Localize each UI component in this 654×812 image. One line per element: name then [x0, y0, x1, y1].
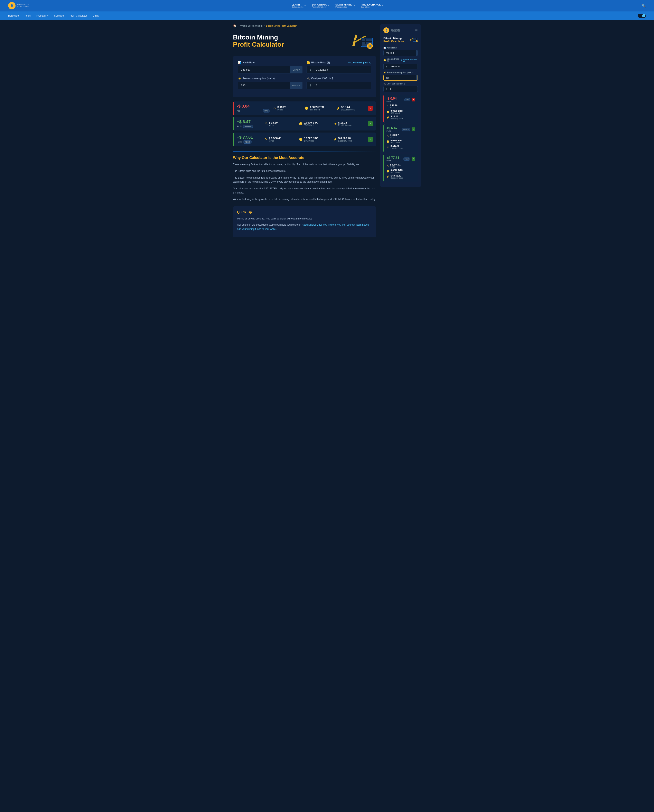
nav-find-exchange[interactable]: FIND EXCHANGE Buy & trade ▾	[361, 3, 383, 8]
sidebar-power-unit: WATTS	[416, 75, 418, 80]
why-section: Why Our Calculator is the Most Accurate …	[233, 156, 376, 201]
sidebar-power-input-wrapper: WATTS	[384, 75, 418, 81]
subnav-profit-calculator[interactable]: Profit Calculator	[69, 14, 87, 18]
nav-items: LEARN Stats & guides ▾ BUY CRYPTO Paymen…	[41, 3, 634, 8]
year-btcmined-stat: 🪙 0.3222 BTC BTC Mined	[299, 136, 330, 142]
sidebar-year-action[interactable]: ↗	[412, 157, 415, 161]
sidebar-power-input[interactable]	[384, 75, 416, 80]
quick-tip-para2: Our guide on the best bitcoin wallets wi…	[237, 223, 372, 231]
hashrate-group: 📊 Hash Rate GH/s ▾	[238, 61, 303, 74]
sidebar-month-profit-label: Profit	[387, 130, 397, 132]
year-mined-label: Mined	[269, 140, 281, 142]
subnav-software[interactable]: Software	[54, 14, 64, 18]
year-profit-label: Profit	[237, 141, 241, 143]
hashrate-input[interactable]	[238, 66, 290, 73]
year-action-button[interactable]: ↗	[368, 137, 373, 142]
month-elec-icon: ⚡	[333, 122, 337, 126]
sidebar-year-btcmined: 🪙 0.3222 BTC BTC Mined	[387, 169, 415, 173]
sidebar-refresh-icon[interactable]: ↻	[401, 59, 402, 61]
sidebar-month-action[interactable]: ↗	[412, 127, 415, 131]
month-btcmined-value: 0.0009 BTC	[304, 121, 318, 124]
mined-icon: ⛏	[273, 107, 276, 110]
subnav-pools[interactable]: Pools	[24, 14, 31, 18]
nav-start-mining[interactable]: START MINING Mining guides ▾	[335, 3, 355, 8]
home-icon[interactable]: 🏠	[233, 24, 237, 28]
sidebar-menu-icon[interactable]: ☰	[415, 29, 418, 32]
svg-text:₿: ₿	[369, 44, 371, 47]
sidebar-year-btc-icon: 🪙	[387, 170, 389, 173]
sidebar-year-profit-label: Profit	[387, 160, 399, 162]
calculator-form: 📊 Hash Rate GH/s ▾ 🪙 Bitcoin Pric	[233, 56, 376, 97]
day-mined-label: Mined	[277, 109, 286, 111]
year-mined-icon: ⛏	[265, 138, 267, 141]
sidebar-power-icon: ⚡	[384, 71, 386, 74]
costkwh-icon: 🔌	[307, 77, 310, 80]
sidebar-costkwh-icon: 🔌	[384, 83, 386, 85]
sidebar-hashrate-unit[interactable]: GH/s ▾	[416, 50, 418, 56]
sidebar-result-year: +$ 77.61 Profit YEAR ↗ ⛏ $ 6,644.01 Mine…	[384, 154, 418, 182]
hero-section: Bitcoin Mining Profit Calculator	[233, 31, 376, 51]
refresh-icon[interactable]: ↻	[348, 61, 350, 64]
power-group: ⚡ Power consumption (watts) WATTS	[238, 77, 303, 89]
sidebar-year-profit: +$ 77.61	[387, 156, 399, 160]
why-para-3: Our calculator assumes the 0.4527678% da…	[233, 187, 376, 195]
costkwh-input[interactable]	[313, 82, 371, 89]
result-day: -$ 0.04 neg DAY ⛏ $ 18.20 Mined 🪙	[233, 101, 376, 115]
search-icon[interactable]: 🔍	[642, 4, 646, 8]
btcprice-input[interactable]	[313, 66, 371, 73]
dark-mode-toggle[interactable]	[638, 14, 646, 18]
subnav-profitability[interactable]: Profitability	[37, 14, 49, 18]
result-month: +$ 6.47 Profit MONTH ⛏ $ 18.20 Mined 🪙	[233, 117, 376, 130]
subnav-hardware[interactable]: Hardware	[8, 14, 19, 18]
sidebar-btcprice-label: Bitcoin Price ($)	[387, 58, 400, 62]
top-navigation: ₿ BUY BITCOIN WORLDWIDE LEARN Stats & gu…	[0, 0, 654, 11]
sidebar-month-profit: +$ 6.47	[387, 126, 397, 130]
hashrate-unit[interactable]: GH/s ▾	[290, 66, 302, 73]
day-mined-stat: ⛏ $ 18.20 Mined	[273, 106, 301, 111]
month-mined-label: Mined	[269, 124, 278, 126]
start-mining-chevron-icon: ▾	[354, 5, 355, 7]
breadcrumb-step1[interactable]: What is Bitcoin Mining?	[240, 25, 263, 27]
day-action-button[interactable]: ✕	[368, 106, 373, 111]
sidebar-month-elec: ⚡ $ 547.20 Electricity costs	[387, 145, 415, 149]
sidebar-hashrate-input[interactable]	[384, 50, 416, 56]
subnav-china[interactable]: China	[93, 14, 99, 18]
sidebar-hashrate-label: 📊 Hash Rate	[384, 47, 418, 49]
power-input[interactable]	[238, 82, 290, 89]
sidebar-btcprice-input[interactable]	[388, 64, 418, 69]
svg-rect-7	[366, 42, 369, 44]
sidebar-day-action[interactable]: ✕	[412, 98, 415, 101]
svg-rect-6	[362, 42, 365, 44]
svg-rect-4	[366, 39, 369, 41]
why-title: Why Our Calculator is the Most Accurate	[233, 156, 376, 160]
sidebar-power-label: ⚡ Power consumption (watts)	[384, 71, 418, 74]
month-action-button[interactable]: ↗	[368, 121, 373, 126]
sidebar-result-month: +$ 6.47 Profit MONTH ↗ ⛏ $ 553.67 Mined	[384, 124, 418, 152]
sidebar-month-badge: MONTH	[402, 128, 410, 131]
logo[interactable]: ₿ BUY BITCOIN WORLDWIDE	[8, 2, 35, 9]
svg-rect-16	[414, 38, 416, 39]
sidebar-month-btc-icon: 🪙	[387, 140, 389, 143]
breadcrumb-step2: Bitcoin Mining Profit Calculator	[266, 25, 297, 27]
month-btcmined-stat: 🪙 0.0009 BTC BTC Mined	[299, 121, 330, 126]
costkwh-prefix: $	[307, 82, 313, 89]
btcprice-group: 🪙 Bitcoin Price ($) ↻ Current BTC price …	[307, 61, 371, 74]
nav-buy-crypto[interactable]: BUY CRYPTO Payment methods ▾	[312, 3, 329, 8]
hero-image: ₿	[345, 31, 376, 51]
year-btcmined-icon: 🪙	[299, 138, 303, 141]
btcprice-label: Bitcoin Price ($)	[311, 61, 330, 64]
sidebar-day-badge: DAY	[404, 98, 410, 101]
nav-learn[interactable]: LEARN Stats & guides ▾	[292, 3, 306, 8]
month-mined-stat: ⛏ $ 18.20 Mined	[265, 121, 296, 126]
day-btcmined-label: BTC Mined	[309, 109, 324, 111]
hero-title-line2: Profit Calculator	[233, 41, 284, 48]
sidebar-day-btcmined: 🪙 0.0009 BTC BTC Mined	[387, 110, 415, 114]
sidebar-costkwh-input[interactable]	[388, 86, 418, 92]
sidebar-hero: Bitcoin Mining Profit Calculator ₿	[384, 35, 418, 44]
sidebar-year-mined-icon: ⛏	[387, 164, 389, 167]
sidebar-hero-title2: Profit Calculator	[384, 40, 404, 43]
hero-title-line1: Bitcoin Mining	[233, 34, 284, 41]
sidebar-hero-title1: Bitcoin Mining	[384, 37, 404, 40]
sidebar-year-elec-icon: ⚡	[387, 176, 389, 178]
sidebar-results: -$ 0.04 Profit DAY ✕ ⛏ $ 18.20 Mined	[384, 95, 418, 182]
